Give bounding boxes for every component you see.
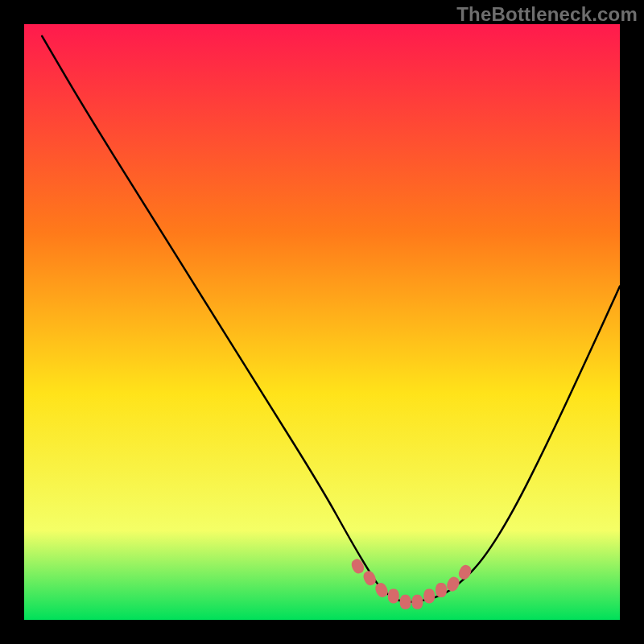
chart-svg	[24, 24, 620, 620]
marker-dot	[411, 595, 423, 609]
plot-area	[24, 24, 620, 620]
marker-dot	[388, 588, 399, 603]
watermark-text: TheBottleneck.com	[456, 3, 638, 26]
chart-frame: TheBottleneck.com	[0, 0, 644, 644]
marker-dot	[436, 583, 447, 597]
marker-dot	[423, 588, 435, 603]
marker-dot	[400, 595, 411, 609]
gradient-background	[24, 24, 620, 620]
